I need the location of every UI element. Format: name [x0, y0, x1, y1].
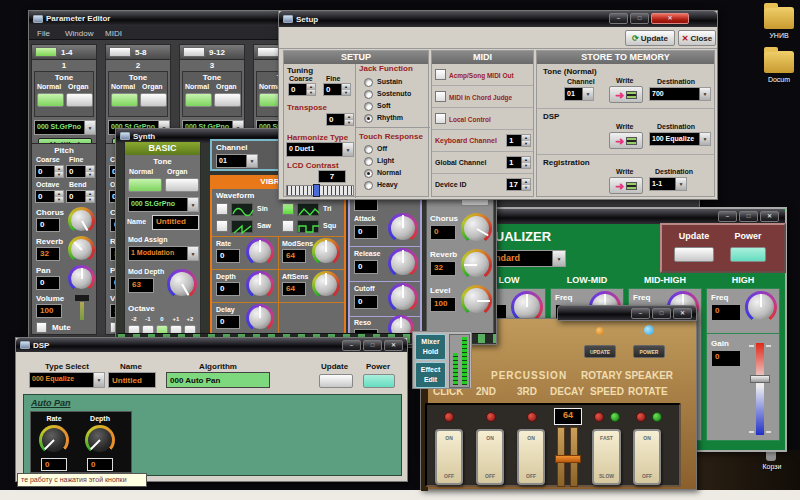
organ-update-button[interactable]: UPDATE	[584, 345, 616, 358]
dropdown-arrow-icon[interactable]: ▼	[582, 88, 593, 100]
registration-write-button[interactable]: ➜	[609, 177, 643, 194]
keyboard-channel-spinner[interactable]: 1▲▼	[506, 134, 531, 147]
preset-dropdown[interactable]: 000 St.GrPno▼	[128, 197, 199, 212]
jack-soft-radio[interactable]	[364, 102, 373, 111]
saw-checkbox[interactable]	[216, 220, 228, 232]
tone-organ-button[interactable]	[214, 93, 241, 107]
touch-off-radio[interactable]	[364, 145, 373, 154]
recycle-bin-label[interactable]: Корзи	[750, 463, 794, 470]
mod-assign-dropdown[interactable]: 1 Modulation▼	[128, 246, 199, 261]
dropdown-arrow-icon[interactable]: ▼	[699, 133, 710, 145]
folder-icon[interactable]	[764, 51, 794, 73]
dropdown-arrow-icon[interactable]: ▼	[93, 373, 104, 387]
tab-5-8[interactable]: 5-8	[105, 44, 171, 60]
maximize-button[interactable]: □	[652, 308, 671, 319]
dsp-type-dropdown[interactable]: 000 Equalize▼	[29, 372, 105, 388]
channel-dropdown[interactable]: 01▼	[216, 154, 258, 168]
minimize-button[interactable]: –	[609, 13, 628, 24]
dsp-name-value[interactable]: Untitled	[108, 372, 156, 388]
maximize-button[interactable]: □	[363, 340, 382, 351]
tone-normal-button[interactable]	[185, 93, 212, 107]
cutoff-knob[interactable]	[388, 283, 418, 313]
lcd-contrast-slider[interactable]	[286, 185, 354, 196]
tone-organ-button[interactable]	[140, 93, 167, 107]
mixer-hold-button[interactable]: MixerHold	[415, 334, 446, 360]
preset-dropdown[interactable]: 000 St.GrPno▼	[34, 120, 96, 135]
chorus-knob[interactable]	[461, 213, 492, 244]
aftsens-knob[interactable]	[312, 271, 340, 299]
dsp-destination-dropdown[interactable]: 100 Equalize▼	[649, 132, 711, 146]
dropdown-arrow-icon[interactable]: ▼	[342, 143, 353, 156]
delay-knob[interactable]	[246, 304, 274, 332]
transpose-spinner[interactable]: 0▲▼	[326, 113, 354, 126]
click-switch[interactable]: ONOFF	[435, 429, 463, 485]
decay-slider[interactable]	[555, 427, 581, 487]
dsp-update-button[interactable]	[319, 374, 353, 388]
sin-checkbox[interactable]	[216, 203, 228, 215]
setup-update-button[interactable]: ⟳Update	[625, 30, 675, 46]
tone-organ-button[interactable]	[66, 93, 93, 107]
rate-knob[interactable]	[246, 238, 274, 266]
gain-slider-handle[interactable]	[750, 375, 770, 383]
close-button[interactable]: ✕	[760, 211, 779, 222]
close-button[interactable]: ✕	[651, 13, 689, 24]
freq-knob[interactable]	[745, 291, 777, 323]
jack-rhythm-radio[interactable]	[364, 114, 373, 123]
pan-knob[interactable]	[68, 265, 95, 292]
mod-depth-knob[interactable]	[167, 269, 197, 299]
dropdown-arrow-icon[interactable]: ▼	[699, 88, 710, 100]
dsp-power-button[interactable]	[363, 374, 395, 388]
menu-window[interactable]: Window	[65, 29, 93, 38]
minimize-button[interactable]: –	[342, 340, 361, 351]
tone-normal-button[interactable]	[128, 178, 162, 192]
depth-knob[interactable]	[246, 271, 274, 299]
maximize-button[interactable]: □	[739, 211, 758, 222]
dropdown-arrow-icon[interactable]: ▼	[187, 247, 198, 260]
touch-light-radio[interactable]	[364, 157, 373, 166]
touch-heavy-radio[interactable]	[364, 181, 373, 190]
organ-power-button[interactable]: POWER	[633, 345, 665, 358]
chorus-knob[interactable]	[68, 207, 95, 234]
dropdown-arrow-icon[interactable]: ▼	[246, 155, 257, 167]
minimize-button[interactable]: –	[631, 308, 650, 319]
folder-icon[interactable]	[764, 7, 794, 29]
modsens-knob[interactable]	[312, 238, 340, 266]
decay-slider-handle[interactable]	[555, 455, 581, 463]
tuning-fine-spinner[interactable]: 0▲▼	[323, 83, 351, 96]
menu-midi[interactable]: MIDI	[105, 29, 122, 38]
device-id-spinner[interactable]: 17▲▼	[506, 178, 531, 191]
lcd-slider-handle[interactable]	[313, 184, 320, 197]
organ-window-titlebar[interactable]: – □ ✕	[557, 305, 697, 321]
close-button[interactable]: ✕	[673, 308, 692, 319]
local-control-checkbox[interactable]	[435, 113, 446, 124]
fine-spinner[interactable]: 0▲▼	[66, 165, 95, 178]
octave-spinner[interactable]: 0▲▼	[35, 190, 64, 203]
tone-normal-button[interactable]	[37, 93, 64, 107]
eq-power-button[interactable]	[730, 247, 766, 262]
minimize-button[interactable]: –	[718, 211, 737, 222]
name-value[interactable]: Untitled	[152, 215, 199, 230]
registration-destination-dropdown[interactable]: 1-1▼	[649, 177, 687, 191]
tri-checkbox[interactable]	[282, 203, 294, 215]
close-button[interactable]: ✕	[384, 340, 403, 351]
dropdown-arrow-icon[interactable]: ▼	[675, 178, 686, 190]
gain-slider[interactable]	[749, 339, 771, 439]
dropdown-arrow-icon[interactable]: ▼	[552, 251, 565, 266]
jack-sustain-radio[interactable]	[364, 78, 373, 87]
level-knob[interactable]	[461, 285, 492, 316]
tone-destination-dropdown[interactable]: 700▼	[649, 87, 711, 101]
folder-label[interactable]: УНИВ	[757, 32, 800, 39]
rotate-switch[interactable]: ONOFF	[633, 429, 661, 485]
global-channel-spinner[interactable]: 1▲▼	[506, 156, 531, 169]
dsp-write-button[interactable]: ➜	[609, 132, 643, 149]
squ-checkbox[interactable]	[282, 220, 294, 232]
acmp-midi-out-checkbox[interactable]	[435, 69, 446, 80]
harmonize-dropdown[interactable]: 0 Duet1▼	[286, 142, 354, 157]
tab-9-12[interactable]: 9-12	[179, 44, 245, 60]
second-switch[interactable]: ONOFF	[476, 429, 504, 485]
store-channel-dropdown[interactable]: 01▼	[564, 87, 594, 101]
coarse-spinner[interactable]: 0▲▼	[35, 165, 64, 178]
volume-slider[interactable]	[72, 292, 92, 322]
speed-switch[interactable]: FASTSLOW	[592, 429, 621, 485]
midi-chord-judge-checkbox[interactable]	[435, 91, 446, 102]
